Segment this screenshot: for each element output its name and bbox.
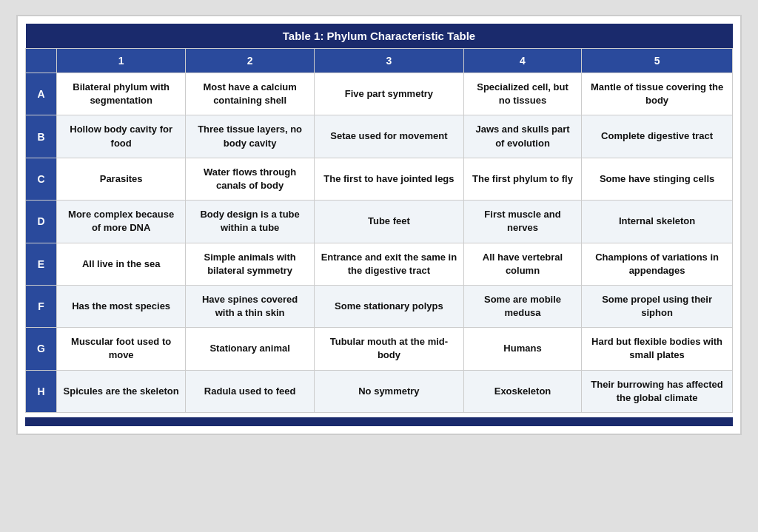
table-row: FHas the most speciesHave spines covered… (26, 285, 733, 327)
cell-G-2: Stationary animal (186, 328, 315, 370)
cell-B-3: Setae used for movement (314, 115, 463, 158)
cell-F-4: Some are mobile medusa (463, 285, 581, 327)
row-label-H: H (26, 370, 57, 412)
cell-A-3: Five part symmetry (314, 73, 463, 115)
cell-F-3: Some stationary polyps (314, 285, 463, 327)
cell-H-3: No symmetry (314, 370, 463, 412)
row-label-C: C (26, 158, 57, 200)
table-row: GMuscular foot used to moveStationary an… (26, 328, 733, 370)
cell-B-2: Three tissue layers, no body cavity (186, 115, 315, 158)
cell-G-1: Muscular foot used to move (57, 328, 186, 370)
row-label-G: G (26, 328, 57, 370)
table-body: ABilateral phylum with segmentationMost … (26, 73, 733, 413)
cell-G-4: Humans (463, 328, 581, 370)
cell-H-5: Their burrowing has affected the global … (582, 370, 733, 412)
cell-H-2: Radula used to feed (186, 370, 315, 412)
cell-D-2: Body design is a tube within a tube (186, 201, 315, 243)
cell-F-5: Some propel using their siphon (582, 285, 733, 327)
cell-E-1: All live in the sea (57, 243, 186, 285)
table-row: CParasitesWater flows through canals of … (26, 158, 733, 200)
cell-E-4: All have vertebral column (463, 243, 581, 285)
col-header-3: 3 (314, 49, 463, 73)
cell-G-3: Tubular mouth at the mid-body (314, 328, 463, 370)
table-wrapper: Table 1: Phylum Characteristic Table 123… (16, 15, 742, 435)
table-row: HSpicules are the skeletonRadula used to… (26, 370, 733, 412)
phylum-table: Table 1: Phylum Characteristic Table 123… (25, 24, 733, 413)
row-label-D: D (26, 201, 57, 243)
cell-B-4: Jaws and skulls part of evolution (463, 115, 581, 158)
cell-F-1: Has the most species (57, 285, 186, 327)
bottom-bar (25, 417, 733, 426)
table-row: DMore complex because of more DNABody de… (26, 201, 733, 243)
cell-H-1: Spicules are the skeleton (57, 370, 186, 412)
cell-D-3: Tube feet (314, 201, 463, 243)
cell-B-1: Hollow body cavity for food (57, 115, 186, 158)
cell-C-5: Some have stinging cells (582, 158, 733, 200)
row-label-E: E (26, 243, 57, 285)
cell-D-1: More complex because of more DNA (57, 201, 186, 243)
row-label-A: A (26, 73, 57, 115)
cell-E-2: Simple animals with bilateral symmetry (186, 243, 315, 285)
col-header-1: 1 (57, 49, 186, 73)
row-label-B: B (26, 115, 57, 158)
cell-A-5: Mantle of tissue covering the body (582, 73, 733, 115)
cell-C-4: The first phylum to fly (463, 158, 581, 200)
cell-C-2: Water flows through canals of body (186, 158, 315, 200)
table-row: BHollow body cavity for foodThree tissue… (26, 115, 733, 158)
cell-H-4: Exoskeleton (463, 370, 581, 412)
cell-E-5: Champions of variations in appendages (582, 243, 733, 285)
column-header-row: 12345 (26, 49, 733, 73)
cell-F-2: Have spines covered with a thin skin (186, 285, 315, 327)
cell-A-2: Most have a calcium containing shell (186, 73, 315, 115)
cell-D-5: Internal skeleton (582, 201, 733, 243)
cell-D-4: First muscle and nerves (463, 201, 581, 243)
cell-A-4: Specialized cell, but no tissues (463, 73, 581, 115)
table-row: ABilateral phylum with segmentationMost … (26, 73, 733, 115)
cell-C-1: Parasites (57, 158, 186, 200)
col-header-5: 5 (582, 49, 733, 73)
cell-A-1: Bilateral phylum with segmentation (57, 73, 186, 115)
col-header-2: 2 (186, 49, 315, 73)
row-label-F: F (26, 285, 57, 327)
cell-C-3: The first to have jointed legs (314, 158, 463, 200)
cell-B-5: Complete digestive tract (582, 115, 733, 158)
cell-E-3: Entrance and exit the same in the digest… (314, 243, 463, 285)
table-title: Table 1: Phylum Characteristic Table (26, 24, 733, 49)
table-row: EAll live in the seaSimple animals with … (26, 243, 733, 285)
cell-G-5: Hard but flexible bodies with small plat… (582, 328, 733, 370)
col-header-4: 4 (463, 49, 581, 73)
col-header-empty (26, 49, 57, 73)
